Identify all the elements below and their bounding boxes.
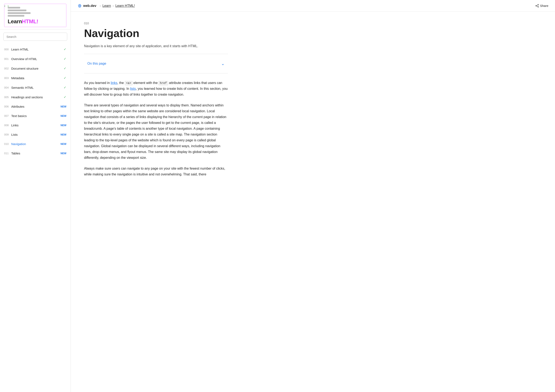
new-badge-011: NEW [60,152,66,155]
on-this-page-toggle[interactable]: On this page ⌄ [84,58,228,69]
article-body: As you learned in links, the <a> element… [84,80,228,177]
check-icon-003: ✓ [64,76,66,80]
nav-item-number-004: 004 [4,86,11,89]
topbar-site-name[interactable]: web.dev [83,4,96,8]
svg-line-6 [536,5,538,6]
divider-bottom [84,73,228,73]
topbar-sep-1: › [100,4,101,8]
topbar-logo[interactable]: web.dev [77,4,96,8]
article-title: Navigation [84,28,228,39]
new-badge-006: NEW [60,105,66,108]
svg-line-7 [536,6,538,7]
nav-item-008[interactable]: 008LinksNEW [0,121,71,130]
new-badge-008: NEW [60,124,66,127]
logo-line-2 [8,10,26,11]
sidebar: ‹ › LearnHTML! 000Learn HTML✓001Overview… [0,0,71,392]
lists-link[interactable]: lists [130,87,136,90]
svg-point-5 [538,7,539,7]
divider-top [84,54,228,54]
nav-item-number-000: 000 [4,48,11,51]
nav-item-003[interactable]: 003Metadata✓ [0,73,71,83]
nav-item-004[interactable]: 004Semantic HTML✓ [0,83,71,92]
topbar-share-button[interactable]: Share [535,4,548,7]
nav-item-002[interactable]: 002Document structure✓ [0,64,71,73]
nav-item-label-004: Semantic HTML [11,86,62,89]
nav-item-number-008: 008 [4,124,11,127]
new-badge-010: NEW [60,143,66,145]
search-area [0,30,71,44]
article-number: 010 [84,21,228,25]
nav-item-number-003: 003 [4,77,11,80]
nav-item-number-006: 006 [4,105,11,108]
article-subtitle: Navigation is a key element of any site … [84,43,228,49]
nav-item-number-001: 001 [4,57,11,60]
nav-item-label-010: Navigation [11,142,59,146]
nav-item-label-007: Text basics [11,114,59,118]
nav-item-label-006: Attributes [11,105,59,108]
share-icon [535,4,539,7]
links-link[interactable]: links [111,81,117,85]
share-label: Share [540,4,548,7]
nav-item-number-010: 010 [4,142,11,145]
article: 010 Navigation Navigation is a key eleme… [71,12,241,199]
chevron-down-icon: ⌄ [221,61,225,66]
topbar-sep-2: › [113,4,114,8]
nav-item-011[interactable]: 011TablesNEW [0,149,71,158]
svg-point-4 [536,5,536,6]
sidebar-logo-html: HTML! [22,18,38,25]
logo-preview-lines [8,7,63,17]
nav-item-number-007: 007 [4,114,11,117]
nav-item-007[interactable]: 007Text basicsNEW [0,111,71,121]
on-this-page-label: On this page [87,62,106,65]
nav-item-label-003: Metadata [11,76,62,80]
nav-item-label-002: Document structure [11,67,62,70]
logo-preview-box: LearnHTML! [4,4,66,27]
nav-item-label-005: Headings and sections [11,95,62,99]
nav-item-label-009: Lists [11,133,59,136]
nav-item-label-001: Overview of HTML [11,57,62,61]
nav-item-number-009: 009 [4,133,11,136]
nav-item-009[interactable]: 009ListsNEW [0,130,71,139]
check-icon-001: ✓ [64,57,66,61]
nav-item-010[interactable]: 010NavigationNEW [0,139,71,149]
nav-item-005[interactable]: 005Headings and sections✓ [0,92,71,102]
logo-line-4 [8,15,24,17]
nav-list: 000Learn HTML✓001Overview of HTML✓002Doc… [0,44,71,392]
nav-item-006[interactable]: 006AttributesNEW [0,102,71,111]
nav-item-number-011: 011 [4,152,11,155]
nav-item-label-008: Links [11,123,59,127]
check-icon-000: ✓ [64,47,66,51]
topbar-learn-link[interactable]: Learn [102,4,111,8]
code-a-tag: <a> [125,81,132,85]
main-content: web.dev › Learn › Learn HTML! Share 010 … [71,0,555,392]
new-badge-009: NEW [60,133,66,136]
nav-item-number-005: 005 [4,96,11,99]
sidebar-logo-learn: Learn [8,18,22,25]
webdev-logo-icon [77,4,82,8]
nav-item-label-000: Learn HTML [11,48,62,51]
nav-item-001[interactable]: 001Overview of HTML✓ [0,54,71,64]
sidebar-logo-area: ‹ › LearnHTML! [0,0,71,30]
check-icon-002: ✓ [64,66,66,70]
article-para-1: As you learned in links, the <a> element… [84,80,228,98]
check-icon-005: ✓ [64,95,66,99]
nav-item-000[interactable]: 000Learn HTML✓ [0,44,71,54]
nav-item-label-011: Tables [11,151,59,155]
article-para-2: There are several types of navigation an… [84,102,228,161]
logo-line-1 [8,7,20,8]
article-para-3: Always make sure users can navigate to a… [84,166,228,177]
topbar-learn-html-link[interactable]: Learn HTML! [116,4,135,8]
svg-point-3 [538,4,539,5]
check-icon-004: ✓ [64,86,66,89]
nav-item-number-002: 002 [4,67,11,70]
search-input[interactable] [3,33,67,41]
code-href-attr: href [159,81,168,85]
sidebar-logo-title[interactable]: LearnHTML! [8,18,63,25]
logo-line-3 [8,12,31,14]
new-badge-007: NEW [60,114,66,117]
topbar: web.dev › Learn › Learn HTML! Share [71,0,555,12]
